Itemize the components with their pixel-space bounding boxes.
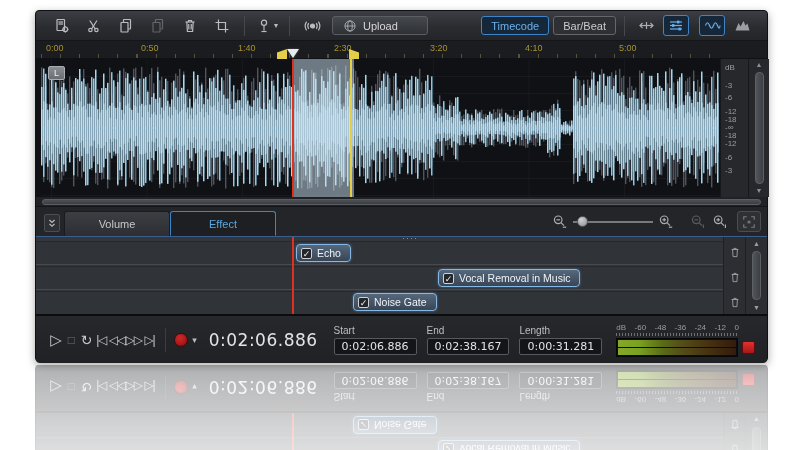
record-button[interactable]: ▾ — [174, 333, 197, 347]
scroll-up-icon[interactable]: ▲ — [753, 237, 760, 250]
trash-icon — [729, 246, 741, 259]
delete-effect-button[interactable] — [728, 294, 742, 310]
meter-label: dB — [616, 323, 626, 332]
db-scale-label: -6 — [725, 93, 732, 102]
loop-button[interactable]: ↻ — [79, 329, 94, 351]
selection-end-line[interactable] — [350, 59, 352, 197]
waveform-canvas[interactable] — [41, 59, 719, 197]
end-value[interactable]: 0:02:38.167 — [427, 338, 510, 355]
scrollbar-thumb[interactable] — [755, 72, 764, 184]
effect-chip-noise-gate[interactable]: ✓ Noise Gate — [353, 293, 437, 311]
spectrum-view-button[interactable] — [729, 15, 755, 36]
selection-end-marker[interactable] — [349, 49, 359, 59]
effect-lane-1[interactable] — [36, 241, 723, 265]
scrollbar-thumb[interactable] — [42, 199, 761, 205]
zoom-in-horizontal-button[interactable] — [655, 212, 677, 232]
fit-corners-icon — [742, 215, 756, 229]
timecode-toggle-button[interactable]: Timecode — [481, 16, 549, 35]
zoom-controls — [549, 211, 761, 232]
waveform-horizontal-scrollbar[interactable] — [36, 197, 767, 207]
meter-label: -24 — [695, 323, 707, 332]
copy-icon — [118, 18, 134, 34]
db-scale-label: -3 — [725, 81, 732, 90]
skip-end-button[interactable]: ▷| — [142, 329, 157, 351]
crop-icon — [214, 18, 230, 34]
zoom-slider-handle[interactable] — [577, 216, 588, 227]
checkbox-checked[interactable]: ✓ — [301, 248, 312, 259]
skip-start-button[interactable]: |◁ — [94, 329, 109, 351]
effect-chip-vocal-removal[interactable]: ✓ Vocal Removal in Music — [438, 269, 580, 287]
voice-over-button[interactable] — [299, 15, 325, 37]
timeline-ruler[interactable]: 0:00 0:50 1:40 2:30 3:20 4:10 5:00 — [36, 41, 767, 59]
delete-button[interactable] — [177, 15, 203, 37]
checkbox-checked[interactable]: ✓ — [358, 297, 369, 308]
effect-label: Vocal Removal in Music — [459, 272, 570, 284]
zoom-out-horizontal-button[interactable] — [549, 212, 571, 232]
barbeat-toggle-button[interactable]: Bar/Beat — [553, 16, 616, 35]
tab-volume[interactable]: Volume — [64, 211, 170, 236]
transport-bar: ▷ □ ↻ |◁ ◁◁ ▷▷ ▷| ▾ 0:02:06.886 Start 0:… — [36, 314, 767, 363]
collapse-panel-button[interactable] — [44, 214, 60, 232]
level-meter: dB -60 -48 -36 -24 -12 0 — [616, 323, 755, 357]
peak-reset-button[interactable] — [742, 341, 755, 354]
stop-button[interactable]: □ — [63, 329, 78, 351]
mixer-panel-button[interactable] — [663, 15, 689, 36]
meter-bars — [616, 338, 738, 357]
length-value[interactable]: 0:00:31.281 — [519, 338, 602, 355]
tab-effect[interactable]: Effect — [170, 211, 276, 236]
zoom-out-vertical-button[interactable] — [687, 212, 709, 232]
scroll-down-icon[interactable]: ▼ — [753, 301, 760, 314]
fit-to-window-button[interactable] — [737, 211, 761, 232]
paste-button[interactable] — [145, 15, 171, 37]
length-field: Length 0:00:31.281 — [519, 325, 602, 355]
zoom-in-vertical-icon — [712, 214, 728, 230]
zoom-in-vertical-button[interactable] — [709, 212, 731, 232]
zoom-slider[interactable] — [573, 212, 653, 232]
marker-dropdown-button[interactable]: ▾ — [254, 15, 280, 37]
db-scale-label: dB — [725, 63, 735, 72]
record-caret-icon[interactable]: ▾ — [192, 335, 197, 345]
ruler-label: 4:10 — [525, 43, 543, 53]
start-value[interactable]: 0:02:06.886 — [334, 338, 417, 355]
trash-icon — [182, 18, 198, 34]
db-scale-label: -3 — [725, 166, 732, 175]
waveform-vertical-scrollbar[interactable]: ▲ ▼ — [748, 59, 769, 197]
rewind-button[interactable]: ◁◁ — [109, 329, 125, 351]
checkbox-checked[interactable]: ✓ — [443, 273, 454, 284]
waveform-panel[interactable]: L dB -3 -6 -12 -18 -∞ -18 -12 -6 -3 ▲ ▼ — [36, 59, 767, 197]
delete-effect-button[interactable] — [728, 244, 742, 260]
selection-start-line[interactable] — [292, 59, 294, 197]
time-stretch-button[interactable] — [633, 15, 659, 36]
trim-button[interactable] — [209, 15, 235, 37]
main-toolbar: ▾ Upload Timecode Bar/Beat — [36, 11, 767, 41]
selection-start-marker[interactable] — [277, 49, 287, 59]
delete-effect-button[interactable] — [728, 269, 742, 285]
lanes-vertical-scrollbar[interactable]: ▲ ▼ — [745, 237, 767, 314]
ruler-label: 3:20 — [430, 43, 448, 53]
upload-button[interactable]: Upload — [332, 16, 428, 35]
effect-lane-2[interactable] — [36, 266, 723, 290]
playhead-marker[interactable] — [287, 49, 299, 58]
effect-chip-echo[interactable]: ✓ Echo — [296, 244, 351, 262]
fast-forward-button[interactable]: ▷▷ — [125, 329, 141, 351]
scroll-down-icon[interactable]: ▼ — [756, 185, 763, 197]
db-scale: dB -3 -6 -12 -18 -∞ -18 -12 -6 -3 — [720, 59, 748, 197]
play-icon: ▷ — [50, 331, 61, 349]
cut-button[interactable] — [81, 15, 107, 37]
scroll-up-icon[interactable]: ▲ — [756, 59, 763, 71]
panel-drag-handle[interactable]: ···· — [402, 233, 418, 243]
length-label: Length — [519, 325, 602, 336]
end-field: End 0:02:38.167 — [427, 325, 510, 355]
stretch-arrows-icon — [638, 18, 655, 33]
fast-forward-icon: ▷▷ — [125, 333, 141, 347]
tab-effect-label: Effect — [209, 218, 237, 230]
spectrum-icon — [734, 18, 751, 33]
paste-icon — [150, 18, 166, 34]
play-button[interactable]: ▷ — [48, 329, 63, 351]
db-scale-label: -12 — [725, 139, 737, 148]
waveform-view-button[interactable] — [699, 15, 725, 36]
copy-button[interactable] — [113, 15, 139, 37]
file-settings-button[interactable] — [49, 15, 75, 37]
scrollbar-thumb[interactable] — [752, 251, 761, 300]
meter-label: 0 — [734, 323, 738, 332]
